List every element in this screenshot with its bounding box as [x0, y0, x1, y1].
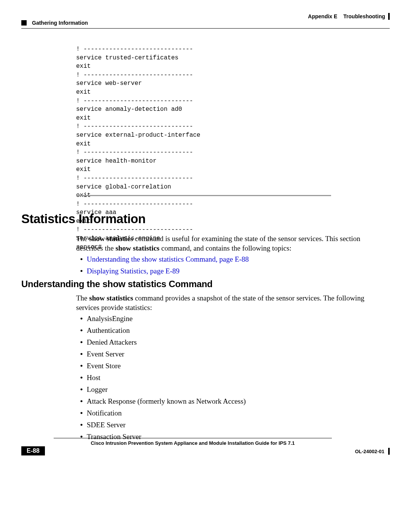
list-item: •Host	[76, 373, 246, 382]
text: The	[76, 294, 89, 302]
paragraph-understanding: The show statistics command provides a s…	[76, 293, 365, 312]
footer-right: OL-24002-01	[355, 448, 390, 455]
list-item: •Event Server	[76, 349, 246, 359]
bullet-icon: •	[76, 349, 87, 359]
page-footer: Cisco Intrusion Prevention System Applia…	[21, 438, 390, 467]
list-item: •SDEE Server	[76, 420, 246, 430]
service-name: AnalysisEngine	[87, 314, 132, 323]
page-number-box: E-88	[21, 446, 45, 455]
list-item: •Attack Response (formerly known as Netw…	[76, 396, 246, 406]
bold-term: show statistics	[89, 235, 133, 243]
list-item: • Displaying Statistics, page E-89	[76, 266, 249, 276]
bullet-icon: •	[76, 385, 87, 394]
list-item: •Denied Attackers	[76, 337, 246, 347]
service-name: Host	[87, 373, 100, 382]
service-name: Event Server	[87, 349, 124, 359]
page-header: Appendix E Troubleshooting Gathering Inf…	[21, 13, 390, 27]
bullet-icon: •	[76, 326, 87, 335]
list-item: •Notification	[76, 408, 246, 418]
bullet-icon: •	[76, 254, 87, 264]
header-left: Gathering Information	[21, 20, 88, 26]
appendix-label: Appendix E	[308, 13, 337, 19]
section-divider	[76, 195, 331, 196]
bullet-icon: •	[76, 420, 87, 430]
heading-statistics-information: Statistics Information	[21, 212, 145, 226]
bold-term: show statistics	[89, 294, 133, 302]
bullet-icon: •	[76, 396, 87, 406]
service-name: Event Store	[87, 361, 121, 371]
bullet-icon: •	[76, 361, 87, 371]
doc-id: OL-24002-01	[355, 449, 384, 454]
service-name: Authentication	[87, 326, 130, 335]
service-name: SDEE Server	[87, 420, 126, 430]
document-page: Appendix E Troubleshooting Gathering Inf…	[0, 0, 411, 532]
toc-link[interactable]: Understanding the show statistics Comman…	[87, 254, 249, 264]
list-item: •Authentication	[76, 326, 246, 335]
list-item: •AnalysisEngine	[76, 314, 246, 323]
footer-title: Cisco Intrusion Prevention System Applia…	[54, 440, 332, 446]
service-name: Denied Attackers	[87, 337, 137, 347]
service-name: Notification	[87, 408, 122, 418]
toc-list: • Understanding the show statistics Comm…	[76, 252, 249, 276]
bullet-icon: •	[76, 408, 87, 418]
bullet-icon: •	[76, 337, 87, 347]
services-list: •AnalysisEngine •Authentication •Denied …	[76, 312, 246, 441]
toc-link[interactable]: Displaying Statistics, page E-89	[87, 266, 180, 276]
bullet-icon: •	[76, 266, 87, 276]
heading-understanding: Understanding the show statistics Comman…	[21, 279, 212, 289]
header-divider-icon	[388, 13, 390, 20]
text: command, and contains the following topi…	[159, 244, 292, 252]
service-name: Logger	[87, 385, 108, 394]
list-item: • Understanding the show statistics Comm…	[76, 254, 249, 264]
text: The	[76, 235, 89, 243]
footer-rule	[54, 438, 332, 438]
bullet-icon: •	[76, 314, 87, 323]
bold-term: show statistics	[115, 244, 159, 252]
square-bullet-icon	[21, 20, 27, 26]
service-name: Attack Response (formerly known as Netwo…	[87, 396, 246, 406]
paragraph-intro: The show statistics command is useful fo…	[76, 234, 365, 253]
section-label: Gathering Information	[32, 20, 88, 26]
list-item: •Logger	[76, 385, 246, 394]
header-rule	[21, 28, 390, 29]
footer-divider-icon	[388, 448, 390, 455]
list-item: •Event Store	[76, 361, 246, 371]
header-right: Appendix E Troubleshooting	[308, 13, 390, 20]
appendix-title: Troubleshooting	[343, 13, 385, 19]
bullet-icon: •	[76, 373, 87, 382]
